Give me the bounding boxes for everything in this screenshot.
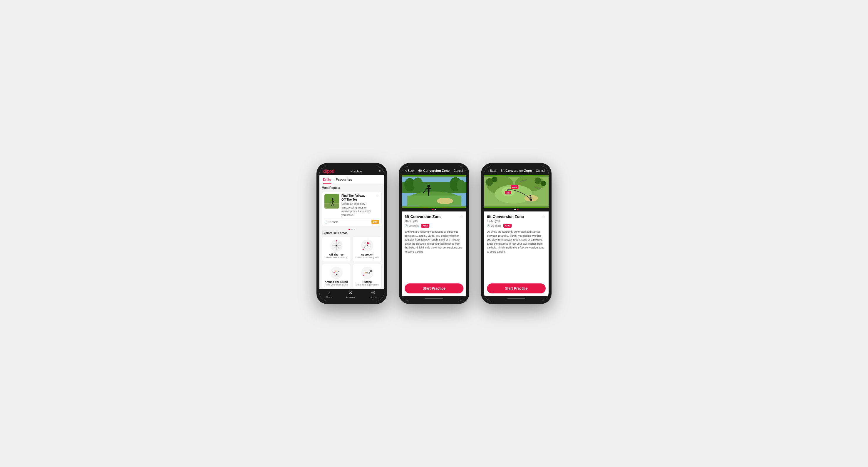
image-carousel-dots-3 <box>484 208 549 211</box>
phone-3-screen: < Back 6ft Conversion Zone Cancel <box>484 166 549 301</box>
svg-point-50 <box>437 198 453 204</box>
skill-desc-approach: Dial-in to hit the green <box>355 256 378 259</box>
start-practice-button-3[interactable]: Start Practice <box>487 283 546 293</box>
img-dot-2 <box>435 209 436 210</box>
detail-title-header-2: 6ft Conversion Zone <box>418 169 450 172</box>
menu-icon[interactable]: ≡ <box>378 169 380 173</box>
svg-point-42 <box>350 291 351 293</box>
drill-description: Create an imaginary fairway using trees … <box>341 202 373 217</box>
drill-hero-map-3: Miss Hit FAIRWAY ROUGH SAND <box>484 175 549 208</box>
cancel-button-2[interactable]: Cancel <box>454 169 463 172</box>
tab-bar: Drills Favourites <box>319 175 384 184</box>
detail-header-3: < Back 6ft Conversion Zone Cancel <box>484 166 549 175</box>
skill-card-ott[interactable]: Off The Tee Power and accuracy <box>322 236 351 262</box>
svg-point-38 <box>367 272 368 273</box>
skill-card-approach[interactable]: Approach Dial-in to hit the green <box>352 236 382 262</box>
start-practice-button-2[interactable]: Start Practice <box>405 283 463 293</box>
skill-card-arg[interactable]: Around The Green Hone your short game <box>322 264 351 289</box>
shots-count: 🕐 10 shots <box>324 221 339 224</box>
shots-2: 🕐 20 shots <box>405 224 419 227</box>
phone-3: < Back 6ft Conversion Zone Cancel <box>481 163 552 304</box>
svg-point-51 <box>427 185 430 188</box>
skill-desc-arg: Hone your short game <box>325 283 348 287</box>
svg-text:Miss: Miss <box>512 186 517 189</box>
drill-distance-3: 10-50 yds <box>487 220 524 223</box>
drill-detail-content-2: 6ft Conversion Zone 10-50 yds ☆ 🕐 20 sho… <box>402 211 466 281</box>
nav-activities[interactable]: Activities <box>346 291 355 299</box>
category-badge-2: ARG <box>421 224 429 228</box>
svg-rect-53 <box>426 188 431 189</box>
phone-1-screen: clippd Practice ≡ Drills Favourites Most… <box>319 166 384 301</box>
skill-name-putting: Putting <box>363 280 372 283</box>
home-icon: ⌂ <box>328 291 331 295</box>
bottom-navigation: ⌂ Home Activities <box>319 289 384 301</box>
nav-capture-label: Capture <box>369 296 377 299</box>
skill-desc-ott: Power and accuracy <box>326 256 347 259</box>
favourite-icon-3[interactable]: ☆ <box>542 214 546 219</box>
main-content: Most Popular <box>319 184 384 289</box>
featured-drill-card[interactable]: Find The Fairway Off The Tee Create an i… <box>322 191 382 227</box>
svg-point-70 <box>541 180 546 186</box>
svg-point-40 <box>370 270 371 272</box>
drill-name-3: 6ft Conversion Zone <box>487 214 524 219</box>
tab-drills[interactable]: Drills <box>323 175 331 184</box>
svg-point-34 <box>336 274 337 275</box>
phones-container: clippd Practice ≡ Drills Favourites Most… <box>316 163 552 304</box>
drill-hero-image-2 <box>402 175 466 208</box>
category-badge: OTT <box>371 220 379 224</box>
capture-icon <box>371 291 375 296</box>
favourite-icon-2[interactable]: ☆ <box>460 214 463 219</box>
svg-point-19 <box>336 245 337 246</box>
svg-point-39 <box>369 273 370 274</box>
dot-3 <box>354 229 355 230</box>
home-indicator-3 <box>507 298 525 299</box>
detail-title-header-3: 6ft Conversion Zone <box>501 169 532 172</box>
skill-desc-putting: Make and lag practice <box>355 283 378 287</box>
drill-thumbnail <box>324 194 339 208</box>
drill-name-2: 6ft Conversion Zone <box>405 214 442 219</box>
back-button-3[interactable]: < Back <box>488 169 497 172</box>
svg-text:SAND: SAND <box>527 201 532 203</box>
skill-name-ott: Off The Tee <box>329 253 343 256</box>
drill-description-2: 20 shots are randomly generated at dista… <box>405 230 463 254</box>
svg-point-3 <box>332 198 334 200</box>
skill-grid: Off The Tee Power and accuracy <box>322 236 382 289</box>
svg-point-79 <box>529 195 531 197</box>
svg-point-67 <box>486 178 493 186</box>
app-logo: clippd <box>323 169 334 174</box>
nav-capture[interactable]: Capture <box>369 291 377 299</box>
carousel-dots <box>322 228 382 231</box>
svg-point-58 <box>413 177 423 189</box>
header-title: Practice <box>350 169 362 173</box>
nav-activities-label: Activities <box>346 296 355 299</box>
phone-2-screen: < Back 6ft Conversion Zone Cancel <box>402 166 466 301</box>
tab-favourites[interactable]: Favourites <box>336 175 352 184</box>
phone-1: clippd Practice ≡ Drills Favourites Most… <box>316 163 387 304</box>
home-indicator-2 <box>425 298 443 299</box>
svg-point-68 <box>492 177 497 182</box>
drill-title: Find The Fairway <box>341 194 373 198</box>
img-dot-3-1 <box>514 209 516 210</box>
nav-home[interactable]: ⌂ Home <box>326 291 332 299</box>
img-dot-3-2 <box>517 209 518 210</box>
home-bar-2 <box>402 296 466 301</box>
svg-point-37 <box>365 272 366 273</box>
svg-point-36 <box>363 275 364 276</box>
drill-subtitle: Off The Tee <box>341 198 373 201</box>
most-popular-label: Most Popular <box>322 186 382 190</box>
dot-2 <box>351 229 352 230</box>
home-bar-3 <box>484 296 549 301</box>
skill-card-putting[interactable]: Putting Make and lag practice <box>352 264 382 289</box>
dot-1 <box>348 229 350 230</box>
drill-detail-content-3: 6ft Conversion Zone 10-50 yds ☆ 🕐 20 sho… <box>484 211 549 281</box>
skill-name-approach: Approach <box>361 253 373 256</box>
activities-icon <box>348 291 352 296</box>
favourite-icon[interactable]: ☆ <box>376 194 379 198</box>
phone-2: < Back 6ft Conversion Zone Cancel <box>399 163 469 304</box>
svg-point-25 <box>363 249 364 250</box>
image-carousel-dots-2 <box>402 208 466 211</box>
back-button-2[interactable]: < Back <box>405 169 414 172</box>
explore-label: Explore skill areas <box>322 231 382 235</box>
cancel-button-3[interactable]: Cancel <box>536 169 545 172</box>
drill-meta-2: 🕐 20 shots ARG <box>405 224 463 228</box>
